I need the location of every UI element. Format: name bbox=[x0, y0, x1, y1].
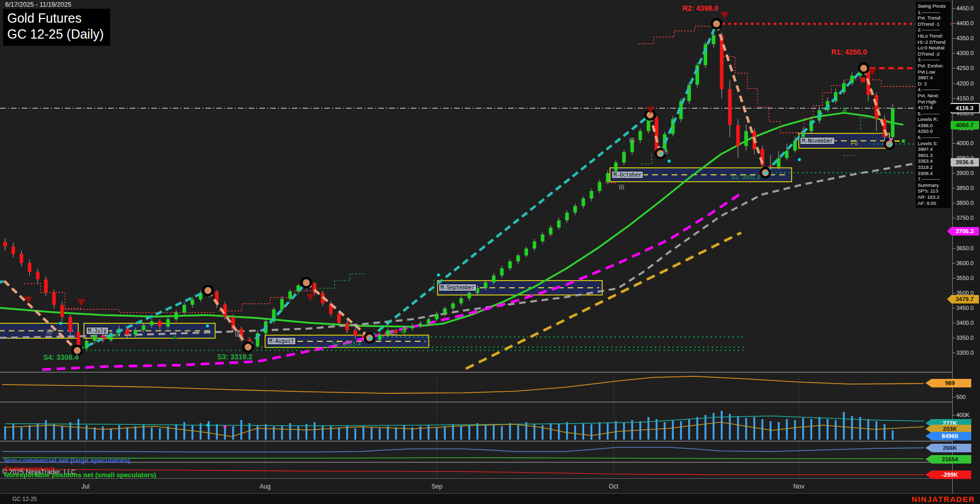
price-tick-label: 500 bbox=[956, 394, 966, 400]
entry-bracket bbox=[861, 118, 871, 130]
candle-body bbox=[598, 182, 601, 191]
candle-body bbox=[378, 335, 381, 339]
entry-bracket bbox=[319, 274, 365, 288]
price-tick-label: 3500.0 bbox=[956, 290, 974, 296]
candle-body bbox=[712, 35, 715, 44]
pivot-panel-line: Pvt. Next: bbox=[918, 93, 951, 99]
time-axis[interactable]: JulAugSepOctNov bbox=[0, 479, 952, 493]
candle-body bbox=[443, 308, 447, 314]
candle-body bbox=[524, 249, 528, 255]
signal-dot bbox=[798, 158, 801, 161]
candle-body bbox=[516, 255, 520, 262]
price-tick-label: 3900.0 bbox=[956, 170, 974, 176]
price-tick bbox=[953, 98, 955, 99]
month-box-label[interactable]: M-September bbox=[439, 284, 477, 291]
month-box-label[interactable]: M-August bbox=[267, 337, 296, 345]
indicator-dot bbox=[206, 424, 209, 427]
chart-canvas[interactable] bbox=[0, 0, 953, 493]
candle-body bbox=[68, 317, 72, 332]
price-tick-label: 3650.0 bbox=[956, 245, 974, 251]
volume-bar bbox=[566, 422, 568, 440]
candle-body bbox=[134, 330, 137, 335]
pivot-trail bbox=[65, 309, 215, 312]
price-tick bbox=[953, 83, 955, 84]
sell-triangle-icon bbox=[24, 297, 32, 304]
volume-bar bbox=[745, 418, 747, 440]
volume-bar bbox=[354, 428, 356, 440]
volume-bar bbox=[428, 425, 430, 440]
volume-bar bbox=[403, 425, 405, 440]
volume-bar bbox=[876, 421, 878, 440]
price-tick-label: 3300.0 bbox=[956, 350, 974, 356]
candle-body bbox=[11, 247, 15, 254]
volume-bar bbox=[867, 419, 869, 440]
date-range-label: 6/17/2025 - 11/19/2025 bbox=[5, 1, 71, 8]
volume-bar bbox=[729, 414, 731, 440]
price-tick bbox=[953, 248, 955, 249]
time-axis-month-label: Sep bbox=[431, 483, 442, 490]
month-box-label[interactable]: M-November bbox=[800, 137, 835, 145]
volume-bar bbox=[127, 427, 129, 440]
price-tick-label: 4400.0 bbox=[956, 20, 974, 26]
candle-body bbox=[435, 314, 439, 319]
candle-body bbox=[769, 166, 773, 167]
volume-bar bbox=[460, 426, 462, 440]
pivot-panel-line: 4173.6 bbox=[918, 105, 951, 111]
candle-body bbox=[4, 242, 7, 247]
indicator-dot bbox=[223, 425, 226, 428]
stop-square bbox=[861, 78, 865, 82]
price-tick bbox=[953, 218, 955, 218]
candle-body bbox=[744, 131, 748, 146]
volume-bar bbox=[395, 427, 397, 440]
price-tick-label: 3700.0 bbox=[956, 230, 974, 236]
volume-bar bbox=[737, 416, 739, 440]
pivot-panel-line: 3997.4 bbox=[918, 75, 951, 81]
pivot-panel-line: Lo:0 Neutral bbox=[918, 45, 951, 51]
price-tick bbox=[953, 397, 955, 397]
pivot-panel-line: AF: 8.00 bbox=[918, 200, 951, 206]
volume-bar bbox=[69, 422, 72, 440]
candle-body bbox=[28, 263, 31, 272]
volume-bar bbox=[688, 419, 690, 440]
volume-bar bbox=[754, 417, 756, 440]
pivot-trail bbox=[219, 291, 312, 311]
status-bar: GC 12-25 NINJATRADER bbox=[0, 493, 980, 504]
candle-body bbox=[280, 299, 284, 309]
volume-bar bbox=[794, 420, 796, 440]
volume-bar bbox=[338, 427, 340, 440]
volume-bar bbox=[371, 427, 373, 440]
candle-body bbox=[606, 173, 609, 182]
volume-bar bbox=[485, 425, 487, 440]
month-box-label[interactable]: M-July bbox=[86, 327, 109, 335]
pivot-panel-line: Pvt. Trend: bbox=[918, 15, 951, 21]
month-box-label[interactable]: M-October bbox=[611, 171, 643, 179]
price-tick bbox=[953, 113, 955, 114]
volume-bar bbox=[134, 426, 136, 440]
candle-body bbox=[52, 293, 56, 305]
pivot-panel-line: 3997.4 bbox=[918, 146, 951, 152]
candle-body bbox=[541, 234, 545, 241]
price-axis[interactable]: 4450.04400.04350.04300.04250.04200.04150… bbox=[952, 0, 980, 493]
ray-end-square bbox=[902, 140, 905, 143]
volume-bar bbox=[61, 426, 63, 440]
price-tick-label: 3350.0 bbox=[956, 335, 974, 341]
price-tick-label: 4350.0 bbox=[956, 35, 974, 41]
pivot-dot bbox=[369, 337, 372, 340]
candle-body bbox=[508, 262, 512, 268]
volume-bar bbox=[818, 417, 820, 440]
buy-triangle-icon bbox=[842, 107, 847, 112]
volume-bar bbox=[493, 424, 495, 440]
volume-bar bbox=[94, 427, 96, 440]
price-tick bbox=[953, 263, 955, 264]
pivot-panel-line: Levels R: bbox=[918, 116, 951, 123]
volume-bar bbox=[313, 422, 316, 440]
volume-bar bbox=[892, 430, 894, 440]
volume-bar bbox=[713, 413, 715, 440]
chart-title-series: GC 12-25 (Daily) bbox=[7, 26, 104, 42]
volume-bar bbox=[558, 424, 560, 440]
price-tick bbox=[953, 173, 955, 173]
pivot-panel-line: 4398.0 bbox=[918, 123, 951, 129]
volume-bar bbox=[550, 423, 552, 440]
volume-bar bbox=[786, 419, 788, 440]
volume-bar bbox=[827, 419, 829, 440]
